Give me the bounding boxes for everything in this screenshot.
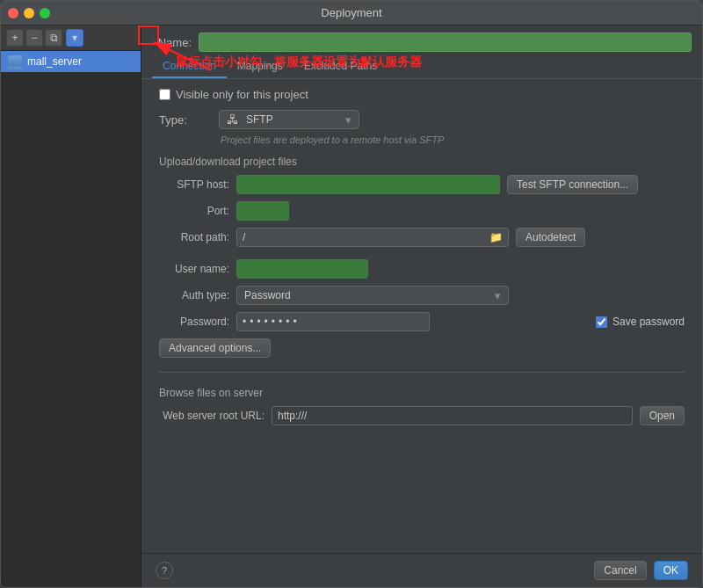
name-label: Name: [152, 36, 192, 49]
sftp-host-label: SFTP host: [159, 178, 229, 191]
add-server-button[interactable]: + [6, 29, 24, 47]
autodetect-button[interactable]: Autodetect [516, 228, 585, 247]
type-select-arrow-icon: ▾ [345, 113, 352, 127]
root-path-row: Root path: / 📁 Autodetect [159, 228, 685, 247]
port-row: Port: [159, 201, 685, 221]
minimize-button[interactable] [24, 8, 34, 18]
sidebar-item-mall-server[interactable]: mall_server [1, 51, 141, 72]
browse-section-label: Browse files on server [159, 387, 685, 399]
visible-checkbox-row: Visible only for this project [159, 88, 685, 101]
titlebar: Deployment [1, 1, 702, 25]
save-password-checkbox[interactable] [596, 316, 607, 328]
folder-icon: 📁 [489, 231, 503, 243]
password-input[interactable] [236, 312, 430, 331]
sftp-host-input[interactable] [236, 175, 500, 194]
web-server-url-label: Web server root URL: [159, 410, 265, 422]
server-icon [8, 54, 22, 69]
root-path-input[interactable]: / 📁 [236, 228, 509, 247]
user-name-label: User name: [159, 263, 229, 275]
tab-mappings[interactable]: Mappings [227, 55, 294, 78]
root-path-label: Root path: [159, 231, 229, 243]
user-name-row: User name: [159, 259, 685, 279]
sftp-host-row: SFTP host: Test SFTP connection... [159, 175, 685, 194]
save-password-row: Save password [596, 316, 685, 328]
port-label: Port: [159, 205, 229, 217]
tab-excluded-paths[interactable]: Excluded Paths [294, 55, 388, 78]
ok-button[interactable]: OK [654, 561, 688, 580]
password-row: Password: Save password [159, 312, 685, 331]
right-panel: Name: Connection Mappings Excluded Paths… [141, 25, 702, 587]
save-password-label: Save password [612, 316, 685, 328]
remove-server-button[interactable]: − [25, 29, 43, 47]
visible-checkbox-label: Visible only for this project [176, 88, 308, 101]
advanced-options-container: Advanced options... [159, 338, 685, 358]
port-input[interactable] [236, 201, 289, 221]
sftp-description: Project files are deployed to a remote h… [221, 134, 685, 145]
bottom-bar: ? Cancel OK [141, 553, 702, 587]
root-path-value: / [243, 231, 245, 243]
auth-type-select[interactable]: Password ▾ [236, 286, 509, 305]
form-area: Visible only for this project Type: 🖧 SF… [141, 79, 702, 553]
auth-type-row: Auth type: Password ▾ [159, 286, 685, 305]
type-row: Type: 🖧 SFTP ▾ [159, 110, 685, 129]
name-input[interactable] [199, 33, 692, 52]
sidebar: + − ⧉ ▾ mall_server [1, 25, 141, 587]
auth-type-value: Password [244, 289, 291, 301]
test-sftp-button[interactable]: Test SFTP connection... [507, 175, 638, 194]
maximize-button[interactable] [40, 8, 50, 18]
password-label: Password: [159, 316, 229, 328]
cancel-button[interactable]: Cancel [594, 561, 646, 580]
help-button[interactable]: ? [156, 562, 173, 579]
web-server-url-input[interactable] [272, 406, 633, 425]
name-row: Name: [141, 25, 702, 55]
type-value: SFTP [246, 113, 273, 126]
sidebar-toolbar: + − ⧉ ▾ [1, 25, 141, 51]
sidebar-server-label: mall_server [27, 55, 82, 68]
tabs: Connection Mappings Excluded Paths [141, 55, 702, 79]
dropdown-button[interactable]: ▾ [66, 29, 83, 47]
browse-section: Browse files on server Web server root U… [159, 372, 685, 425]
advanced-options-button[interactable]: Advanced options... [159, 338, 271, 358]
traffic-lights [8, 8, 50, 18]
visible-checkbox[interactable] [159, 89, 170, 100]
sftp-icon: 🖧 [227, 113, 239, 127]
close-button[interactable] [8, 8, 18, 18]
auth-type-label: Auth type: [159, 289, 229, 301]
open-button[interactable]: Open [640, 406, 685, 425]
type-label: Type: [159, 113, 212, 127]
type-select[interactable]: 🖧 SFTP ▾ [219, 110, 359, 129]
window-title: Deployment [321, 6, 381, 19]
web-url-row: Web server root URL: Open [159, 406, 685, 425]
auth-select-arrow-icon: ▾ [495, 289, 501, 302]
tab-connection[interactable]: Connection [152, 55, 227, 78]
upload-section-label: Upload/download project files [159, 156, 685, 168]
copy-server-button[interactable]: ⧉ [45, 29, 62, 47]
user-name-input[interactable] [236, 259, 368, 279]
